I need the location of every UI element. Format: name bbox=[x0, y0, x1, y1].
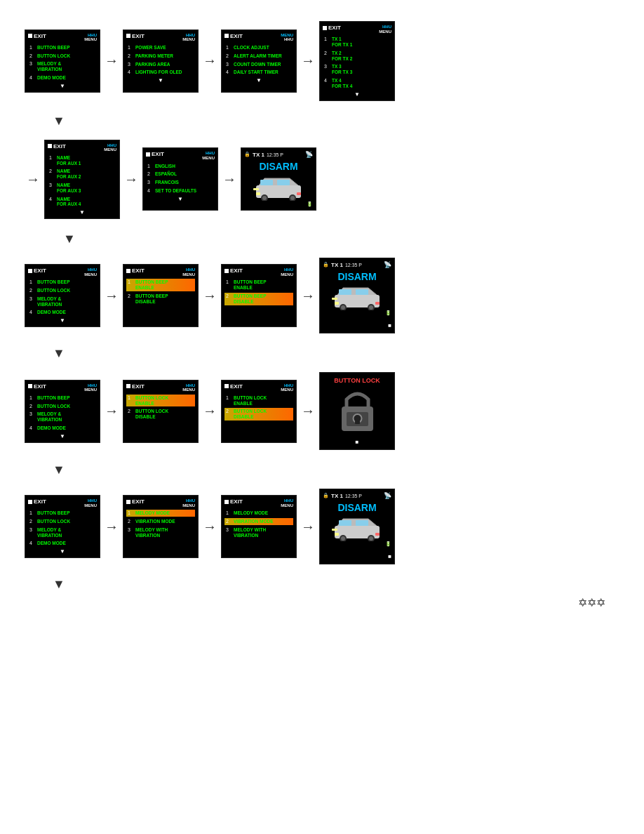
arrow-s18: → bbox=[201, 519, 218, 535]
screen-wrapper-s5: EXIT HHU MENU 1 NAMEFOR AUX 1 2 NAMEFOR … bbox=[44, 140, 120, 220]
battery-icon: 🔋 bbox=[385, 541, 391, 547]
item-num-3: 4 bbox=[324, 78, 330, 83]
screen-s12: EXIT HHU MENU 1 BUTTON BEEP 2 BUTTON LOC… bbox=[25, 380, 100, 443]
car-image bbox=[244, 173, 313, 201]
down-arrow: ▼ bbox=[126, 77, 195, 84]
item-label-2: MELODY WITHVIBRATION bbox=[135, 527, 168, 538]
screen-wrapper-s10: EXIT HHU MENU 1 BUTTON BEEPENABLE 2 BUTT… bbox=[221, 264, 297, 327]
item-num-1: 2 bbox=[128, 293, 133, 298]
menu-text: MENU bbox=[182, 388, 195, 392]
screen-wrapper-s16: EXIT HHU MENU 1 BUTTON BEEP 2 BUTTON LOC… bbox=[25, 495, 100, 558]
screen-s3: EXIT MENU HHU 1 CLOCK ADJUST 2 ALERT ALA… bbox=[221, 29, 297, 93]
item-num-1: 2 bbox=[128, 519, 133, 524]
item-label-2: MELODY &VIBRATION bbox=[37, 61, 62, 72]
item-label-1: NAMEFOR AUX 2 bbox=[57, 168, 81, 180]
disarm-text: DISARM bbox=[244, 161, 313, 172]
arrow-s7: → bbox=[221, 171, 238, 187]
menu-text: MENU bbox=[281, 272, 293, 277]
hhu-menu: HHU MENU bbox=[379, 25, 391, 34]
exit-label: EXIT bbox=[146, 151, 164, 157]
disarm-text: DISARM bbox=[323, 502, 391, 513]
item-num-1: 2 bbox=[324, 51, 330, 55]
menu-item-3: 4 DEMO MODE bbox=[28, 309, 97, 316]
exit-text: EXIT bbox=[230, 383, 243, 390]
car-image bbox=[323, 284, 391, 310]
screen-header: EXIT HHU MENU bbox=[224, 383, 293, 392]
item-label-2: MELODY &VIBRATION bbox=[37, 411, 62, 423]
screen-header: EXIT HHU MENU bbox=[224, 498, 293, 508]
menu-text: MENU bbox=[202, 156, 215, 161]
screen-s8: EXIT HHU MENU 1 BUTTON BEEP 2 BUTTON LOC… bbox=[25, 264, 100, 327]
left-arrow: → bbox=[25, 171, 41, 187]
hhu-text: MENU bbox=[281, 33, 293, 38]
exit-label: EXIT bbox=[48, 143, 66, 150]
item-num-0: 1 bbox=[226, 395, 232, 400]
screen-header: EXIT HHU MENU bbox=[323, 25, 391, 34]
exit-label: EXIT bbox=[224, 383, 243, 390]
menu-item-1: 2 TX 2FOR TX 2 bbox=[323, 50, 391, 62]
svg-point-28 bbox=[341, 536, 345, 541]
flow-row-row1: EXIT HHU MENU 1 BUTTON BEEP 2 BUTTON LOC… bbox=[25, 21, 619, 101]
hhu-text: HHU bbox=[84, 267, 97, 272]
exit-square bbox=[28, 269, 32, 273]
down-arrow-row: ▼ bbox=[53, 346, 619, 361]
item-num-1: 2 bbox=[49, 168, 55, 173]
item-label-2: FRANCOIS bbox=[155, 180, 179, 185]
item-label-1: BUTTON LOCK bbox=[37, 404, 70, 409]
item-label-0: MELODY MODE bbox=[135, 510, 170, 516]
exit-square bbox=[28, 500, 32, 504]
exit-square bbox=[224, 384, 229, 388]
down-arrow-row: ▼ bbox=[53, 577, 619, 592]
exit-text: EXIT bbox=[34, 498, 46, 505]
screen-s14: EXIT HHU MENU 1 BUTTON LOCKENABLE 2 BUTT… bbox=[221, 380, 297, 443]
menu-item-3: 4 DEMO MODE bbox=[28, 74, 97, 81]
item-label-1: BUTTON BEEPDISABLE bbox=[135, 293, 168, 305]
exit-text: EXIT bbox=[230, 33, 243, 39]
exit-square bbox=[28, 34, 32, 38]
item-num-3: 4 bbox=[147, 188, 153, 193]
hhu-menu: HHU MENU bbox=[281, 498, 293, 508]
item-label-1: BUTTON BEEPDISABLE bbox=[234, 293, 266, 305]
svg-point-30 bbox=[369, 536, 373, 541]
item-num-2: 3 bbox=[147, 180, 153, 185]
screen-header: EXIT HHU MENU bbox=[48, 143, 116, 152]
arrow-s11: → bbox=[300, 288, 316, 304]
hhu-text: HHU bbox=[182, 383, 195, 388]
exit-square bbox=[146, 152, 150, 157]
down-arrow: ▼ bbox=[224, 77, 293, 84]
menu-item-2: 3 FRANCOIS bbox=[146, 179, 215, 186]
hhu-menu: HHU MENU bbox=[182, 383, 195, 392]
hhu-text: HHU bbox=[182, 33, 195, 38]
screen-wrapper-s14: EXIT HHU MENU 1 BUTTON LOCKENABLE 2 BUTT… bbox=[221, 380, 297, 443]
item-label-3: NAMEFOR AUX 4 bbox=[57, 197, 81, 208]
svg-rect-23 bbox=[355, 417, 360, 424]
tx-title: TX 1 bbox=[253, 152, 264, 158]
item-label-3: LIGHTING FOR OLED bbox=[135, 70, 182, 75]
arrow-s14: → bbox=[201, 403, 218, 419]
hhu-menu: HHU MENU bbox=[182, 33, 195, 42]
svg-rect-11 bbox=[339, 289, 351, 295]
screen-header: EXIT HHU MENU bbox=[224, 267, 293, 277]
item-num-1: 2 bbox=[29, 288, 35, 293]
item-label-1: ALERT ALARM TIMER bbox=[234, 53, 282, 59]
exit-label: EXIT bbox=[323, 25, 341, 31]
hhu-text: HHU bbox=[281, 267, 293, 272]
svg-rect-2 bbox=[277, 180, 290, 185]
item-label-3: DEMO MODE bbox=[37, 75, 66, 81]
item-num-0: 1 bbox=[147, 164, 153, 168]
item-label-2: NAMEFOR AUX 3 bbox=[57, 183, 81, 194]
item-num-0: 1 bbox=[29, 510, 35, 515]
exit-label: EXIT bbox=[224, 498, 243, 505]
button-lock-title: BUTTON LOCK bbox=[334, 377, 380, 384]
item-num-2: 3 bbox=[29, 61, 35, 66]
item-label-1: VIBRATION MODE bbox=[135, 519, 175, 524]
svg-rect-18 bbox=[375, 302, 380, 305]
menu-item-2: 3 NAMEFOR AUX 3 bbox=[48, 182, 116, 194]
item-num-2: 3 bbox=[226, 62, 232, 67]
arrow-s17: → bbox=[103, 519, 120, 535]
item-num-0: 1 bbox=[226, 45, 232, 50]
screen-wrapper-s4: EXIT HHU MENU 1 TX 1FOR TX 1 2 TX 2FOR T… bbox=[319, 21, 395, 101]
menu-item-0: 1 BUTTON BEEP bbox=[28, 279, 97, 286]
svg-rect-31 bbox=[335, 533, 339, 536]
item-num-1: 2 bbox=[29, 519, 35, 524]
